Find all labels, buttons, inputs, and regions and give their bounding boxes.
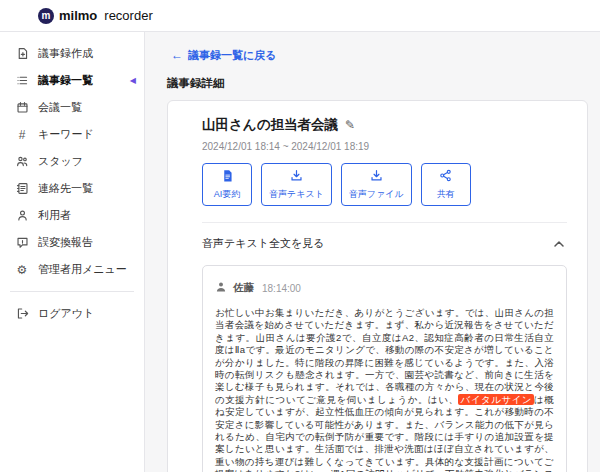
download-audio-file-button[interactable]: 音声ファイル bbox=[341, 163, 412, 206]
chevron-up-icon[interactable] bbox=[551, 238, 567, 250]
sidebar-item-users[interactable]: 利用者 bbox=[0, 202, 144, 229]
edit-title-icon[interactable]: ✎ bbox=[345, 118, 355, 132]
back-link-label: 議事録一覧に戻る bbox=[188, 48, 277, 63]
sidebar: 議事録作成 議事録一覧 ◀ 会議一覧 # キーワード bbox=[0, 32, 145, 472]
speaker-avatar-icon bbox=[215, 279, 227, 297]
calendar-icon bbox=[15, 101, 29, 115]
share-button[interactable]: 共有 bbox=[421, 163, 471, 206]
app-window: m milmo recorder 議事録作成 議事録一覧 ◀ bbox=[0, 0, 600, 472]
speaker-name: 佐藤 bbox=[233, 281, 254, 295]
transcript-text: お忙しい中お集まりいただき、ありがとうございます。では、山田さんの担当者会議を始… bbox=[215, 307, 554, 472]
action-label: 音声ファイル bbox=[349, 188, 404, 201]
sidebar-item-meeting-list[interactable]: 会議一覧 bbox=[0, 94, 144, 121]
sidebar-item-contacts[interactable]: 連絡先一覧 bbox=[0, 175, 144, 202]
report-icon bbox=[15, 236, 29, 250]
sidebar-item-label: 連絡先一覧 bbox=[38, 181, 93, 196]
share-icon bbox=[439, 169, 452, 185]
action-label: 音声テキスト bbox=[269, 188, 324, 201]
transcript-heading: 音声テキスト全文を見る bbox=[202, 236, 325, 251]
sidebar-divider bbox=[10, 291, 134, 292]
ai-summary-button[interactable]: AI要約 bbox=[202, 163, 252, 206]
meeting-title: 山田さんの担当者会議 bbox=[202, 116, 338, 134]
sidebar-item-minutes-list[interactable]: 議事録一覧 ◀ bbox=[0, 67, 144, 94]
sidebar-item-label: ログアウト bbox=[38, 306, 94, 321]
transcript-section: 音声テキスト全文を見る 佐藤 18:14:00 bbox=[202, 222, 567, 472]
transcript-box: 佐藤 18:14:00 お忙しい中お集まりいただき、ありがとうございます。では、… bbox=[202, 265, 567, 472]
speaker-timestamp: 18:14:00 bbox=[262, 283, 301, 294]
gear-icon: ⚙ bbox=[15, 263, 29, 277]
logo-text-bold: milmo bbox=[59, 8, 97, 23]
logo-text-regular: recorder bbox=[104, 8, 152, 23]
sidebar-item-admin-menu[interactable]: ⚙ 管理者用メニュー bbox=[0, 256, 144, 283]
sidebar-item-staff[interactable]: スタッフ bbox=[0, 148, 144, 175]
back-arrow-icon: ← bbox=[171, 48, 183, 62]
sidebar-item-label: 会議一覧 bbox=[38, 100, 82, 115]
sidebar-item-label: 誤変換報告 bbox=[38, 235, 93, 250]
page-title: 議事録詳細 bbox=[167, 76, 588, 91]
download-icon bbox=[370, 169, 383, 185]
hash-icon: # bbox=[15, 128, 29, 142]
meeting-datetime: 2024/12/01 18:14 ~ 2024/12/01 18:19 bbox=[202, 141, 567, 152]
sidebar-item-keywords[interactable]: # キーワード bbox=[0, 121, 144, 148]
action-label: 共有 bbox=[437, 188, 455, 201]
logout-icon bbox=[15, 307, 29, 321]
meeting-title-row: 山田さんの担当者会議 ✎ bbox=[202, 116, 567, 134]
download-audio-text-button[interactable]: 音声テキスト bbox=[261, 163, 332, 206]
transcript-highlight-keyword: バイタルサイン bbox=[458, 394, 534, 405]
sidebar-item-label: 管理者用メニュー bbox=[38, 262, 127, 277]
minutes-detail-card: 山田さんの担当者会議 ✎ 2024/12/01 18:14 ~ 2024/12/… bbox=[167, 100, 588, 472]
top-bar: m milmo recorder bbox=[0, 0, 600, 32]
sidebar-item-label: 議事録作成 bbox=[38, 46, 93, 61]
speaker-row: 佐藤 18:14:00 bbox=[215, 279, 554, 297]
sidebar-item-label: スタッフ bbox=[38, 154, 83, 169]
sidebar-item-create-minutes[interactable]: 議事録作成 bbox=[0, 40, 144, 67]
sidebar-item-misconversion-report[interactable]: 誤変換報告 bbox=[0, 229, 144, 256]
transcript-section-header[interactable]: 音声テキスト全文を見る bbox=[202, 236, 567, 251]
actions-row: AI要約 音声テキスト 音声ファイル bbox=[202, 163, 567, 206]
main-content: ← 議事録一覧に戻る 議事録詳細 山田さんの担当者会議 ✎ 2024/12/01… bbox=[145, 32, 600, 472]
list-icon bbox=[15, 74, 29, 88]
transcript-text-after: は概ね安定していますが、起立性低血圧の傾向が見られます。これが移動時の不安定さに… bbox=[215, 394, 554, 472]
sidebar-item-label: 利用者 bbox=[38, 208, 71, 223]
document-create-icon bbox=[15, 47, 29, 61]
app-logo: m milmo recorder bbox=[38, 8, 153, 24]
transcript-text-before: お忙しい中お集まりいただき、ありがとうございます。では、山田さんの担当者会議を始… bbox=[215, 307, 554, 405]
download-icon bbox=[290, 169, 303, 185]
active-indicator-icon: ◀ bbox=[130, 77, 136, 85]
document-icon bbox=[221, 169, 234, 185]
sidebar-item-label: 議事録一覧 bbox=[38, 73, 93, 88]
staff-icon bbox=[15, 155, 29, 169]
sidebar-item-logout[interactable]: ログアウト bbox=[0, 300, 144, 327]
action-label: AI要約 bbox=[214, 188, 241, 201]
contacts-icon bbox=[15, 182, 29, 196]
sidebar-item-label: キーワード bbox=[38, 127, 94, 142]
back-to-minutes-list-link[interactable]: ← 議事録一覧に戻る bbox=[171, 48, 277, 63]
logo-mark-icon: m bbox=[38, 8, 54, 24]
user-icon bbox=[15, 209, 29, 223]
